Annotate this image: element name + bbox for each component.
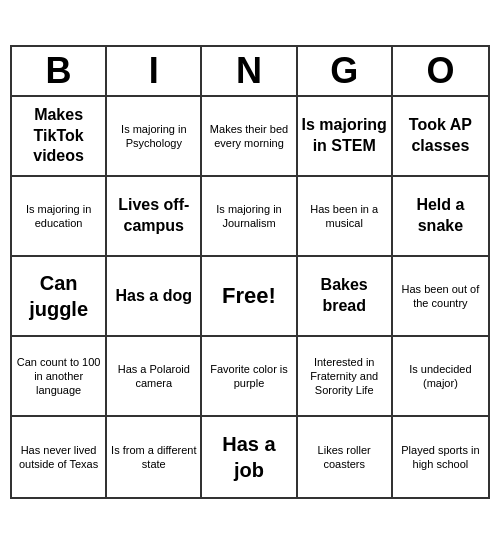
bingo-cell-8[interactable]: Has been in a musical: [298, 177, 393, 257]
bingo-grid: Makes TikTok videosIs majoring in Psycho…: [12, 97, 488, 497]
bingo-letter-g: G: [298, 47, 393, 95]
bingo-cell-23[interactable]: Likes roller coasters: [298, 417, 393, 497]
bingo-letter-b: B: [12, 47, 107, 95]
bingo-letter-o: O: [393, 47, 488, 95]
bingo-cell-12[interactable]: Free!: [202, 257, 297, 337]
bingo-letter-n: N: [202, 47, 297, 95]
bingo-cell-14[interactable]: Has been out of the country: [393, 257, 488, 337]
bingo-cell-24[interactable]: Played sports in high school: [393, 417, 488, 497]
bingo-cell-18[interactable]: Interested in Fraternity and Sorority Li…: [298, 337, 393, 417]
bingo-cell-16[interactable]: Has a Polaroid camera: [107, 337, 202, 417]
bingo-cell-17[interactable]: Favorite color is purple: [202, 337, 297, 417]
bingo-letter-i: I: [107, 47, 202, 95]
bingo-cell-10[interactable]: Can juggle: [12, 257, 107, 337]
bingo-cell-0[interactable]: Makes TikTok videos: [12, 97, 107, 177]
bingo-cell-2[interactable]: Makes their bed every morning: [202, 97, 297, 177]
bingo-cell-6[interactable]: Lives off-campus: [107, 177, 202, 257]
bingo-cell-13[interactable]: Bakes bread: [298, 257, 393, 337]
bingo-cell-3[interactable]: Is majoring in STEM: [298, 97, 393, 177]
bingo-cell-7[interactable]: Is majoring in Journalism: [202, 177, 297, 257]
bingo-cell-19[interactable]: Is undecided (major): [393, 337, 488, 417]
bingo-card: BINGO Makes TikTok videosIs majoring in …: [10, 45, 490, 499]
bingo-header: BINGO: [12, 47, 488, 97]
bingo-cell-11[interactable]: Has a dog: [107, 257, 202, 337]
bingo-cell-15[interactable]: Can count to 100 in another language: [12, 337, 107, 417]
bingo-cell-9[interactable]: Held a snake: [393, 177, 488, 257]
bingo-cell-4[interactable]: Took AP classes: [393, 97, 488, 177]
bingo-cell-5[interactable]: Is majoring in education: [12, 177, 107, 257]
bingo-cell-21[interactable]: Is from a different state: [107, 417, 202, 497]
bingo-cell-22[interactable]: Has a job: [202, 417, 297, 497]
bingo-cell-1[interactable]: Is majoring in Psychology: [107, 97, 202, 177]
bingo-cell-20[interactable]: Has never lived outside of Texas: [12, 417, 107, 497]
